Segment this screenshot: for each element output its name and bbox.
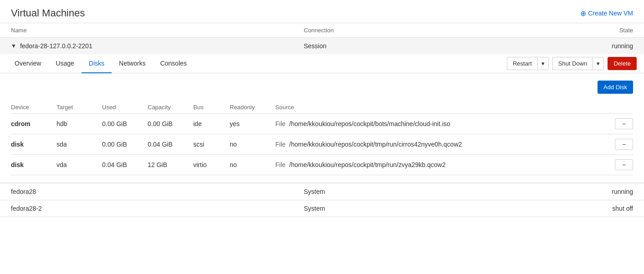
vm-connection: System bbox=[304, 188, 597, 195]
remove-disk-button[interactable]: − bbox=[615, 159, 633, 170]
tab-disks[interactable]: Disks bbox=[82, 54, 112, 73]
disks-table-headers: Device Target Used Capacity Bus Readonly… bbox=[11, 101, 633, 114]
restart-dropdown-button[interactable]: ▾ bbox=[537, 57, 549, 70]
add-disk-row: Add Disk bbox=[11, 81, 633, 94]
shutdown-btn-group: Shut Down ▾ bbox=[552, 57, 604, 70]
vm-tabs-bar: Overview Usage Disks Networks Consoles R… bbox=[0, 54, 644, 73]
remove-disk-button[interactable]: − bbox=[615, 139, 633, 150]
disk-source: File /home/kkoukiou/repos/cockpit/bots/m… bbox=[275, 120, 615, 127]
tab-usage[interactable]: Usage bbox=[48, 54, 81, 73]
vm-name: fedora28 bbox=[11, 188, 304, 195]
vm-row[interactable]: fedora28-2 System shut off bbox=[0, 200, 644, 217]
add-disk-button[interactable]: Add Disk bbox=[598, 81, 633, 94]
disk-source: File /home/kkoukiou/repos/cockpit/tmp/ru… bbox=[275, 141, 615, 148]
tab-overview[interactable]: Overview bbox=[7, 54, 48, 73]
vm-state: running bbox=[597, 188, 633, 195]
vm-row-expanded: ▼ fedora-28-127.0.0.2-2201 Session runni… bbox=[0, 38, 644, 183]
tab-consoles[interactable]: Consoles bbox=[153, 54, 194, 73]
table-column-headers: Name Connection State bbox=[0, 23, 644, 38]
vm-action-buttons: Restart ▾ Shut Down ▾ Delete bbox=[507, 57, 637, 70]
page-title: Virtual Machines bbox=[11, 7, 85, 19]
delete-button[interactable]: Delete bbox=[608, 57, 637, 70]
vm-name: fedora28-2 bbox=[11, 205, 304, 212]
remove-disk-button[interactable]: − bbox=[615, 118, 633, 129]
shutdown-button[interactable]: Shut Down bbox=[552, 57, 593, 70]
tabs-list: Overview Usage Disks Networks Consoles bbox=[7, 54, 194, 73]
restart-btn-group: Restart ▾ bbox=[507, 57, 549, 70]
other-vms-list: fedora28 System running fedora28-2 Syste… bbox=[0, 183, 644, 217]
disk-row: disk vda 0.04 GiB 12 GiB virtio no File … bbox=[11, 155, 633, 175]
vm-state: shut off bbox=[597, 205, 633, 212]
tab-networks[interactable]: Networks bbox=[112, 54, 153, 73]
vm-detail-panel: Overview Usage Disks Networks Consoles R… bbox=[0, 54, 644, 183]
restart-button[interactable]: Restart bbox=[507, 57, 537, 70]
disk-row: cdrom hdb 0.00 GiB 0.00 GiB ide yes File… bbox=[11, 114, 633, 134]
vm-expanded-header[interactable]: ▼ fedora-28-127.0.0.2-2201 Session runni… bbox=[0, 38, 644, 54]
disks-tab-content: Add Disk Device Target Used Capacity Bus… bbox=[0, 73, 644, 183]
chevron-down-icon: ▼ bbox=[11, 43, 16, 49]
vm-connection: System bbox=[304, 205, 597, 212]
plus-icon: ⊕ bbox=[580, 9, 586, 18]
vm-row[interactable]: fedora28 System running bbox=[0, 183, 644, 200]
disk-source: File /home/kkoukiou/repos/cockpit/tmp/ru… bbox=[275, 161, 615, 168]
create-new-button[interactable]: ⊕ Create New VM bbox=[580, 9, 633, 18]
disk-row: disk sda 0.00 GiB 0.04 GiB scsi no File … bbox=[11, 134, 633, 155]
disks-table: Device Target Used Capacity Bus Readonly… bbox=[11, 101, 633, 175]
shutdown-dropdown-button[interactable]: ▾ bbox=[592, 57, 604, 70]
